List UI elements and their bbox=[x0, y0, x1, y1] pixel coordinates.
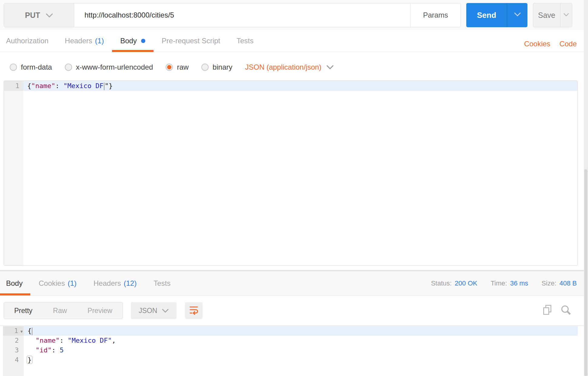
view-label: Raw bbox=[53, 307, 67, 315]
send-options-button[interactable] bbox=[507, 3, 527, 27]
text-cursor bbox=[104, 83, 104, 90]
code-link[interactable]: Code bbox=[560, 40, 577, 48]
response-toolbar: Pretty Raw Preview JSON bbox=[0, 296, 588, 326]
method-dropdown[interactable]: PUT bbox=[4, 3, 74, 27]
radio-urlencoded[interactable]: x-www-form-urlencoded bbox=[65, 63, 153, 71]
time-badge: Time: 36 ms bbox=[491, 279, 528, 287]
tab-authorization[interactable]: Authorization bbox=[0, 30, 57, 52]
copy-response-button[interactable] bbox=[542, 304, 553, 317]
radio-binary[interactable]: binary bbox=[201, 63, 232, 71]
radio-label: binary bbox=[213, 63, 232, 71]
tab-headers[interactable]: Headers (1) bbox=[57, 30, 112, 52]
tab-tests[interactable]: Tests bbox=[228, 30, 262, 52]
view-raw-button[interactable]: Raw bbox=[43, 302, 77, 319]
line-number-text: 3 bbox=[15, 346, 19, 354]
code-token-matched-bracket: } bbox=[27, 356, 32, 364]
response-tab-body[interactable]: Body bbox=[0, 271, 30, 295]
code-token bbox=[28, 337, 36, 344]
line-number-text: 1 bbox=[14, 327, 18, 335]
radio-label: form-data bbox=[21, 63, 52, 71]
tab-label: Cookies bbox=[39, 279, 65, 288]
code-token: "Mexico DF" bbox=[68, 337, 112, 344]
code-token: "Mexico DF bbox=[63, 82, 103, 90]
code-token: , bbox=[112, 337, 116, 344]
gutter bbox=[4, 91, 23, 266]
tab-label: Tests bbox=[236, 37, 253, 45]
wrap-lines-button[interactable] bbox=[185, 302, 203, 319]
radio-label: raw bbox=[177, 63, 189, 71]
url-input[interactable] bbox=[74, 3, 410, 27]
radio-label: x-www-form-urlencoded bbox=[76, 63, 153, 71]
code-token: : bbox=[55, 82, 64, 90]
view-pretty-button[interactable]: Pretty bbox=[4, 302, 43, 319]
code-token: "} bbox=[105, 82, 113, 90]
response-code-line: } bbox=[24, 355, 578, 365]
status-value: 200 OK bbox=[455, 279, 477, 287]
request-tab-bar: Authorization Headers (1) Body Pre-reque… bbox=[0, 30, 588, 52]
save-options-button[interactable] bbox=[560, 3, 572, 27]
tab-pre-request-script[interactable]: Pre-request Script bbox=[154, 30, 228, 52]
tab-label: Headers bbox=[65, 37, 92, 45]
response-code-line: "name": "Mexico DF", bbox=[24, 336, 578, 345]
radio-raw[interactable]: raw bbox=[166, 63, 189, 71]
request-body-editor[interactable]: 1 {"name": "Mexico DF"} bbox=[4, 81, 578, 266]
response-language-dropdown[interactable]: JSON bbox=[131, 302, 177, 319]
cookies-link[interactable]: Cookies bbox=[524, 40, 550, 48]
response-tab-headers[interactable]: Headers (12) bbox=[85, 271, 145, 295]
response-line: 3 "id": 5 bbox=[3, 345, 578, 355]
view-toggle-group: Pretty Raw Preview bbox=[4, 302, 123, 319]
send-label: Send bbox=[477, 11, 496, 20]
tab-label: Authorization bbox=[6, 37, 48, 45]
cookies-count-badge: (1) bbox=[68, 279, 76, 288]
response-line: 1▾ { bbox=[3, 326, 578, 336]
tab-label: Body bbox=[120, 37, 137, 45]
request-bar: PUT Params Send Save bbox=[4, 3, 572, 27]
radio-icon bbox=[10, 64, 17, 71]
search-icon bbox=[560, 304, 572, 317]
content-type-label: JSON (application/json) bbox=[245, 63, 321, 71]
send-button[interactable]: Send bbox=[466, 3, 507, 27]
viewer-empty-area bbox=[3, 365, 578, 376]
text-cursor bbox=[32, 328, 32, 335]
method-label: PUT bbox=[25, 11, 40, 20]
radio-form-data[interactable]: form-data bbox=[10, 63, 52, 71]
wrap-text-icon bbox=[189, 305, 199, 316]
response-tab-tests[interactable]: Tests bbox=[145, 271, 179, 295]
line-number-text: 2 bbox=[15, 337, 19, 344]
headers-count-badge: (12) bbox=[124, 279, 137, 288]
tab-body[interactable]: Body bbox=[112, 30, 154, 52]
params-button[interactable]: Params bbox=[410, 3, 461, 27]
search-response-button[interactable] bbox=[560, 304, 572, 317]
response-body-viewer[interactable]: 1▾ { 2 "name": "Mexico DF", 3 "id": 5 4 … bbox=[3, 326, 578, 376]
code-token: 5 bbox=[60, 346, 64, 354]
line-number: 4 bbox=[3, 355, 24, 365]
response-tab-cookies[interactable]: Cookies (1) bbox=[30, 271, 85, 295]
tab-label: Body bbox=[6, 279, 23, 288]
time-value: 36 ms bbox=[510, 279, 528, 287]
tab-label: Headers bbox=[94, 279, 121, 288]
line-number-text: 4 bbox=[15, 356, 19, 364]
response-code-line: "id": 5 bbox=[24, 345, 578, 355]
scrollbar-thumb[interactable] bbox=[584, 169, 587, 376]
content-type-dropdown[interactable]: JSON (application/json) bbox=[245, 63, 333, 71]
line-number: 1 bbox=[4, 81, 23, 91]
size-label: Size: bbox=[542, 279, 557, 287]
code-token: { bbox=[28, 327, 31, 335]
params-label: Params bbox=[423, 11, 448, 19]
fold-caret-icon[interactable]: ▾ bbox=[18, 327, 23, 336]
editor-empty-area bbox=[4, 91, 577, 266]
radio-selected-icon bbox=[166, 64, 173, 71]
language-label: JSON bbox=[139, 307, 157, 315]
editor-line: 1 {"name": "Mexico DF"} bbox=[4, 81, 577, 91]
response-meta: Status: 200 OK Time: 36 ms Size: 408 B bbox=[431, 271, 577, 295]
copy-icon bbox=[542, 304, 553, 317]
line-number: 1▾ bbox=[3, 326, 24, 336]
view-preview-button[interactable]: Preview bbox=[77, 302, 123, 319]
save-button[interactable]: Save bbox=[533, 3, 560, 27]
headers-count-badge: (1) bbox=[95, 37, 104, 45]
code-token: { bbox=[27, 82, 31, 90]
tab-label: Tests bbox=[154, 279, 170, 288]
response-header: Body Cookies (1) Headers (12) Tests Stat… bbox=[0, 271, 588, 296]
radio-icon bbox=[65, 64, 72, 71]
page-scrollbar[interactable] bbox=[584, 0, 588, 376]
